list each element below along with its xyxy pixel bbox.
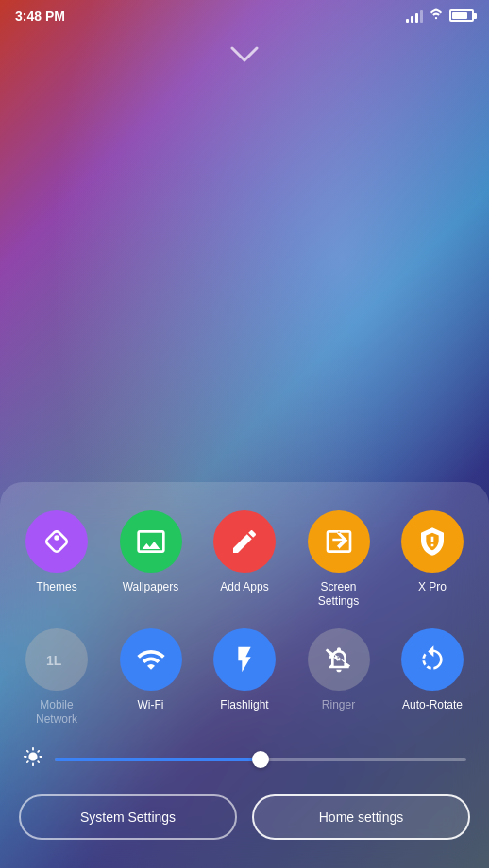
tiles-row-1: Themes Wallpapers Add Apps Screen Settin… <box>19 510 470 609</box>
x-pro-label: X Pro <box>418 580 447 595</box>
chevron-area[interactable] <box>0 27 489 76</box>
tile-ringer[interactable]: Ringer <box>301 628 377 727</box>
wifi-status-icon <box>429 8 444 24</box>
wallpapers-label: Wallpapers <box>123 580 179 595</box>
chevron-down-icon <box>230 46 259 67</box>
wifi-label: Wi-Fi <box>138 698 164 713</box>
tiles-row-2: 1L Mobile Network Wi-Fi Flashlight Ringe… <box>19 628 470 727</box>
tile-auto-rotate[interactable]: Auto-Rotate <box>395 628 470 727</box>
brightness-control[interactable] <box>19 746 470 772</box>
screen-settings-label: Screen Settings <box>301 580 377 609</box>
ringer-label: Ringer <box>322 698 355 713</box>
tile-add-apps[interactable]: Add Apps <box>207 510 282 609</box>
quick-settings-panel: Themes Wallpapers Add Apps Screen Settin… <box>0 482 489 868</box>
mobile-network-label: Mobile Network <box>19 698 94 727</box>
time: 3:48 PM <box>15 8 65 24</box>
brightness-thumb <box>252 751 269 768</box>
mobile-network-icon-circle: 1L <box>25 628 88 691</box>
themes-label: Themes <box>36 580 76 595</box>
settings-buttons: System Settings Home settings <box>19 794 470 840</box>
signal-icon <box>406 9 423 23</box>
flashlight-icon-circle <box>213 628 276 691</box>
auto-rotate-icon-circle <box>401 628 464 691</box>
auto-rotate-label: Auto-Rotate <box>402 698 463 713</box>
add-apps-label: Add Apps <box>220 580 268 595</box>
tile-themes[interactable]: Themes <box>19 510 94 609</box>
tile-flashlight[interactable]: Flashlight <box>207 628 282 727</box>
tile-wallpapers[interactable]: Wallpapers <box>113 510 189 609</box>
tile-mobile-network[interactable]: 1L Mobile Network <box>19 628 94 727</box>
status-icons <box>406 8 474 24</box>
add-apps-icon-circle <box>213 510 276 573</box>
screen-settings-icon-circle <box>308 510 370 573</box>
brightness-slider[interactable] <box>55 758 466 761</box>
system-settings-button[interactable]: System Settings <box>19 794 237 840</box>
wallpapers-icon-circle <box>120 510 182 573</box>
ringer-icon-circle <box>308 628 370 691</box>
brightness-icon <box>23 746 43 772</box>
tile-wifi[interactable]: Wi-Fi <box>113 628 189 727</box>
home-settings-button[interactable]: Home settings <box>252 794 470 840</box>
status-bar: 3:48 PM <box>0 0 489 27</box>
tile-screen-settings[interactable]: Screen Settings <box>301 510 377 609</box>
brightness-fill <box>55 758 261 761</box>
battery-icon <box>449 9 474 22</box>
x-pro-icon-circle <box>401 510 464 573</box>
tile-x-pro[interactable]: X Pro <box>395 510 470 609</box>
themes-icon-circle <box>25 510 88 573</box>
wifi-icon-circle <box>120 628 182 691</box>
flashlight-label: Flashlight <box>220 698 268 713</box>
svg-point-0 <box>54 535 59 540</box>
svg-text:1L: 1L <box>46 653 62 668</box>
